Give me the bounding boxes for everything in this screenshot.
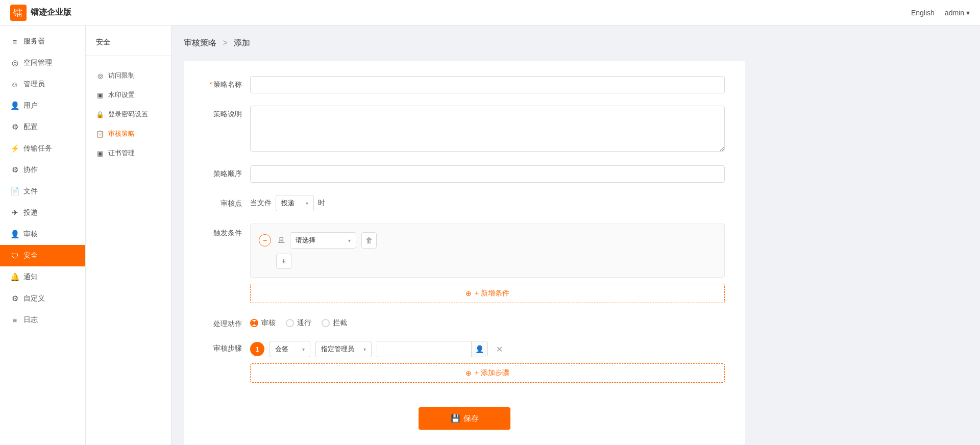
audit-point-row: 审核点 当文件 投递 ▾ 时	[204, 195, 725, 211]
cert-icon: ▣	[96, 150, 104, 157]
audit-point-dropdown-icon: ▾	[306, 201, 308, 206]
watermark-icon: ▣	[96, 91, 104, 99]
username-label: admin	[945, 9, 964, 17]
save-icon: 💾	[451, 414, 460, 423]
audit-point-select[interactable]: 投递 ▾	[276, 195, 314, 211]
audit-point-suffix: 时	[318, 199, 325, 208]
policy-order-input[interactable]	[250, 165, 725, 183]
add-sub-condition-btn[interactable]: +	[276, 254, 291, 269]
sidebar-item-file[interactable]: 📄 文件	[0, 181, 85, 202]
add-condition-icon: ⊕	[465, 289, 472, 298]
sidebar-label-collab: 协作	[23, 165, 38, 175]
policy-order-control	[250, 165, 725, 183]
policy-desc-row: 策略说明	[204, 106, 725, 153]
transfer-icon: ⚡	[10, 144, 19, 153]
sidebar-item-user[interactable]: 👤 用户	[0, 95, 85, 116]
logo-text: 镭迹企业版	[31, 7, 71, 18]
policy-name-label: 策略名称	[204, 76, 250, 89]
logo-icon: 镭	[10, 5, 27, 21]
audit-point-control: 当文件 投递 ▾ 时	[250, 195, 725, 211]
remove-condition-btn[interactable]: −	[259, 234, 271, 246]
sidebar-item-security[interactable]: 🛡 安全	[0, 245, 85, 266]
condition-placeholder: 请选择	[296, 236, 315, 245]
close-step-icon: ✕	[496, 344, 503, 354]
secondary-item-audit-policy[interactable]: 📋 审核策略	[86, 124, 171, 143]
policy-desc-label: 策略说明	[204, 106, 250, 119]
sidebar-item-config[interactable]: ⚙ 配置	[0, 116, 85, 138]
action-label: 处理动作	[204, 315, 250, 329]
sidebar-item-space[interactable]: ◎ 空间管理	[0, 52, 85, 73]
step-number-badge: 1	[250, 342, 264, 356]
condition-dropdown-icon: ▾	[348, 238, 351, 243]
policy-name-input[interactable]	[250, 76, 725, 93]
sidebar-label-space: 空间管理	[23, 58, 52, 67]
sidebar-item-admin[interactable]: ☺ 管理员	[0, 73, 85, 95]
policy-desc-input[interactable]	[250, 106, 725, 152]
policy-desc-control	[250, 106, 725, 153]
file-icon: 📄	[10, 187, 19, 196]
header: 镭 镭迹企业版 English admin ▾	[0, 0, 980, 26]
step-sign-type-icon: ▾	[302, 347, 305, 352]
breadcrumb-part2: 添加	[234, 38, 250, 47]
delete-condition-btn[interactable]: 🗑	[361, 232, 377, 249]
person-select-btn[interactable]: 👤	[471, 341, 487, 357]
sidebar-item-audit[interactable]: 👤 审核	[0, 224, 85, 245]
log-icon: ≡	[10, 316, 19, 325]
secondary-item-cert[interactable]: ▣ 证书管理	[86, 143, 171, 163]
security-icon: 🛡	[10, 252, 19, 260]
pass-radio-label: 通行	[297, 318, 311, 328]
remove-step-btn[interactable]: ✕	[493, 343, 505, 355]
sidebar-item-collab[interactable]: ⚙ 协作	[0, 159, 85, 181]
action-control: 审核 通行 拦截	[250, 315, 725, 328]
sidebar-item-log[interactable]: ≡ 日志	[0, 309, 85, 331]
sidebar-label-server: 服务器	[23, 37, 45, 46]
sidebar-item-server[interactable]: ≡ 服务器	[0, 31, 85, 52]
policy-name-row: 策略名称	[204, 76, 725, 93]
action-radio-block[interactable]: 拦截	[322, 318, 347, 328]
access-icon: ◎	[96, 72, 104, 80]
audit-point-prefix: 当文件	[250, 199, 272, 208]
language-selector[interactable]: English	[911, 9, 935, 17]
secondary-item-watermark[interactable]: ▣ 水印设置	[86, 85, 171, 105]
secondary-label-watermark: 水印设置	[108, 90, 135, 100]
secondary-item-password[interactable]: 🔒 登录密码设置	[86, 105, 171, 124]
audit-policy-icon: 📋	[96, 130, 104, 138]
sidebar-label-custom: 自定义	[23, 294, 45, 303]
step-assignee-icon: ▾	[363, 347, 366, 352]
add-step-label: + 添加步骤	[475, 368, 509, 378]
secondary-item-access[interactable]: ◎ 访问限制	[86, 66, 171, 85]
trigger-control: − 且 请选择 ▾ 🗑 +	[250, 224, 725, 303]
and-label: 且	[276, 236, 285, 245]
logo: 镭 镭迹企业版	[10, 5, 71, 21]
secondary-label-audit-policy: 审核策略	[108, 129, 135, 138]
save-btn-row: 💾 保存	[204, 407, 725, 430]
add-condition-button[interactable]: ⊕ + 新增条件	[250, 284, 725, 303]
user-menu[interactable]: admin ▾	[945, 9, 970, 17]
main-content: 审核策略 > 添加 策略名称 策略说明 策略顺序	[172, 26, 980, 445]
action-radio-pass[interactable]: 通行	[286, 318, 311, 328]
step-person-input-wrapper: 👤	[377, 341, 488, 357]
condition-select[interactable]: 请选择 ▾	[290, 232, 356, 249]
secondary-sidebar: 安全 ◎ 访问限制 ▣ 水印设置 🔒 登录密码设置 📋 审核策略 ▣ 证书管理	[86, 26, 172, 445]
add-step-button[interactable]: ⊕ + 添加步骤	[250, 363, 725, 383]
config-icon: ⚙	[10, 122, 19, 132]
step-assignee-type-select[interactable]: 指定管理员 ▾	[315, 341, 372, 357]
collab-icon: ⚙	[10, 165, 19, 175]
svg-text:镭: 镭	[13, 8, 22, 18]
add-step-plus-icon: ⊕	[465, 369, 472, 377]
audit-steps-control: 1 会签 ▾ 指定管理员 ▾ 👤	[250, 341, 725, 395]
admin-icon: ☺	[10, 80, 19, 89]
sidebar-item-deliver[interactable]: ✈ 投递	[0, 202, 85, 224]
audit-steps-row: 审核步骤 1 会签 ▾ 指定管理员 ▾	[204, 341, 725, 395]
block-radio-circle	[322, 319, 330, 327]
layout: ≡ 服务器 ◎ 空间管理 ☺ 管理员 👤 用户 ⚙ 配置 ⚡ 传输任务 ⚙ 协作…	[0, 26, 980, 445]
pass-radio-circle	[286, 319, 294, 327]
action-radio-audit[interactable]: 审核	[250, 318, 276, 328]
save-button[interactable]: 💾 保存	[419, 407, 510, 430]
sidebar-item-custom[interactable]: ⚙ 自定义	[0, 288, 85, 309]
sidebar-item-transfer[interactable]: ⚡ 传输任务	[0, 138, 85, 159]
audit-radio-circle	[250, 319, 258, 327]
step-sign-type-select[interactable]: 会签 ▾	[270, 341, 310, 357]
sidebar-item-notify[interactable]: 🔔 通知	[0, 266, 85, 288]
step-person-input[interactable]	[377, 341, 471, 357]
